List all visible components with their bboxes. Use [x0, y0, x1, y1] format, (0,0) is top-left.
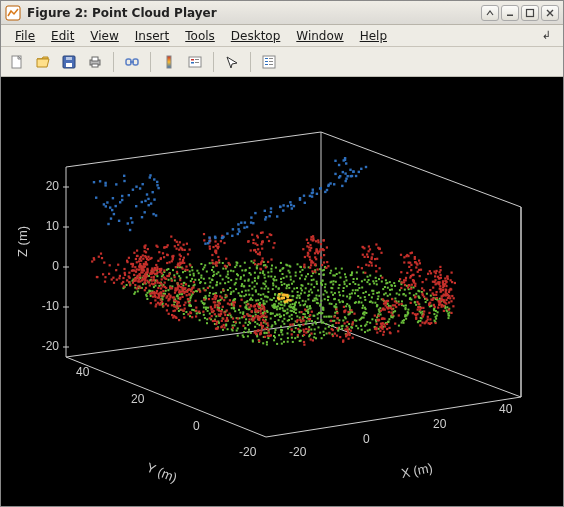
rollup-button[interactable] — [481, 5, 499, 21]
menu-help[interactable]: Help — [352, 27, 395, 45]
save-button[interactable] — [57, 50, 81, 74]
svg-rect-1509 — [371, 264, 373, 266]
svg-rect-392 — [305, 287, 307, 289]
svg-rect-2359 — [278, 298, 281, 301]
svg-rect-487 — [362, 307, 364, 309]
svg-rect-1076 — [378, 278, 380, 280]
menu-window[interactable]: Window — [288, 27, 351, 45]
svg-rect-1838 — [289, 324, 291, 326]
svg-rect-1996 — [179, 305, 181, 307]
menu-desktop[interactable]: Desktop — [223, 27, 289, 45]
svg-rect-1493 — [376, 258, 378, 260]
close-button[interactable] — [541, 5, 559, 21]
link-axes-button[interactable] — [120, 50, 144, 74]
svg-rect-1466 — [315, 258, 317, 260]
svg-rect-2186 — [217, 304, 219, 306]
svg-rect-910 — [200, 275, 202, 277]
menu-tools[interactable]: Tools — [177, 27, 223, 45]
menu-file[interactable]: File — [7, 27, 43, 45]
svg-rect-2011 — [178, 291, 180, 293]
svg-rect-1780 — [383, 318, 385, 320]
menu-edit[interactable]: Edit — [43, 27, 82, 45]
svg-rect-1351 — [220, 240, 222, 242]
svg-rect-635 — [332, 283, 334, 285]
svg-rect-497 — [354, 292, 356, 294]
svg-rect-859 — [401, 300, 403, 302]
open-button[interactable] — [31, 50, 55, 74]
svg-rect-2251 — [279, 206, 281, 208]
svg-rect-1403 — [254, 249, 256, 251]
insert-colorbar-button[interactable] — [157, 50, 181, 74]
svg-rect-12 — [130, 61, 134, 63]
svg-rect-1952 — [214, 313, 216, 315]
svg-rect-2145 — [160, 291, 162, 293]
svg-rect-2137 — [149, 293, 151, 295]
svg-rect-1085 — [335, 268, 337, 270]
svg-rect-1432 — [302, 248, 304, 250]
minimize-button[interactable] — [501, 5, 519, 21]
edit-plot-button[interactable] — [220, 50, 244, 74]
maximize-button[interactable] — [521, 5, 539, 21]
svg-rect-1925 — [220, 310, 222, 312]
svg-rect-1382 — [251, 234, 253, 236]
new-figure-button[interactable] — [5, 50, 29, 74]
svg-rect-1495 — [366, 253, 368, 255]
svg-rect-1675 — [443, 305, 445, 307]
svg-rect-586 — [314, 333, 316, 335]
svg-rect-790 — [243, 274, 245, 276]
svg-rect-1939 — [215, 323, 217, 325]
svg-rect-971 — [394, 285, 396, 287]
svg-rect-1395 — [254, 263, 256, 265]
svg-rect-1563 — [405, 255, 407, 257]
svg-rect-1680 — [428, 312, 430, 314]
svg-rect-2234 — [240, 222, 242, 224]
svg-rect-286 — [318, 295, 320, 297]
svg-rect-2081 — [156, 273, 158, 275]
axes-3d[interactable]: 20 10 0 -10 -20 40 20 0 -20 -20 0 20 40 … — [1, 77, 563, 506]
svg-rect-829 — [247, 335, 249, 337]
svg-rect-1113 — [204, 264, 206, 266]
svg-rect-2228 — [226, 232, 228, 234]
svg-rect-2136 — [146, 280, 148, 282]
svg-rect-1666 — [443, 283, 445, 285]
svg-rect-2341 — [349, 169, 351, 171]
svg-rect-878 — [353, 278, 355, 280]
svg-rect-2007 — [173, 315, 175, 317]
svg-rect-256 — [306, 320, 308, 322]
svg-rect-845 — [402, 320, 404, 322]
svg-rect-432 — [207, 307, 209, 309]
svg-rect-1014 — [202, 268, 204, 270]
svg-rect-1991 — [179, 297, 181, 299]
svg-rect-2096 — [156, 280, 158, 282]
svg-rect-475 — [355, 320, 357, 322]
svg-rect-285 — [323, 294, 325, 296]
svg-rect-400 — [272, 284, 274, 286]
open-property-inspector-button[interactable] — [257, 50, 281, 74]
svg-rect-405 — [249, 285, 251, 287]
menu-view[interactable]: View — [82, 27, 126, 45]
insert-legend-button[interactable] — [183, 50, 207, 74]
svg-rect-2236 — [243, 227, 245, 229]
svg-rect-2071 — [165, 287, 167, 289]
print-button[interactable] — [83, 50, 107, 74]
svg-rect-886 — [318, 273, 320, 275]
svg-rect-2155 — [174, 276, 176, 278]
svg-rect-776 — [311, 275, 313, 277]
svg-rect-1103 — [251, 260, 253, 262]
svg-rect-1663 — [434, 281, 436, 283]
svg-rect-604 — [371, 318, 373, 320]
dock-disclosure-icon[interactable]: ↲ — [536, 27, 557, 44]
svg-rect-2353 — [283, 294, 286, 297]
svg-rect-448 — [254, 326, 256, 328]
menu-insert[interactable]: Insert — [127, 27, 177, 45]
svg-rect-2198 — [234, 301, 236, 303]
svg-rect-2227 — [231, 235, 233, 237]
svg-rect-1784 — [350, 309, 352, 311]
svg-rect-1839 — [291, 328, 293, 330]
svg-rect-2263 — [311, 195, 313, 197]
svg-rect-2026 — [181, 309, 183, 311]
svg-rect-1874 — [268, 331, 270, 333]
svg-rect-385 — [332, 294, 334, 296]
svg-rect-2257 — [290, 204, 292, 206]
svg-rect-1491 — [368, 250, 370, 252]
